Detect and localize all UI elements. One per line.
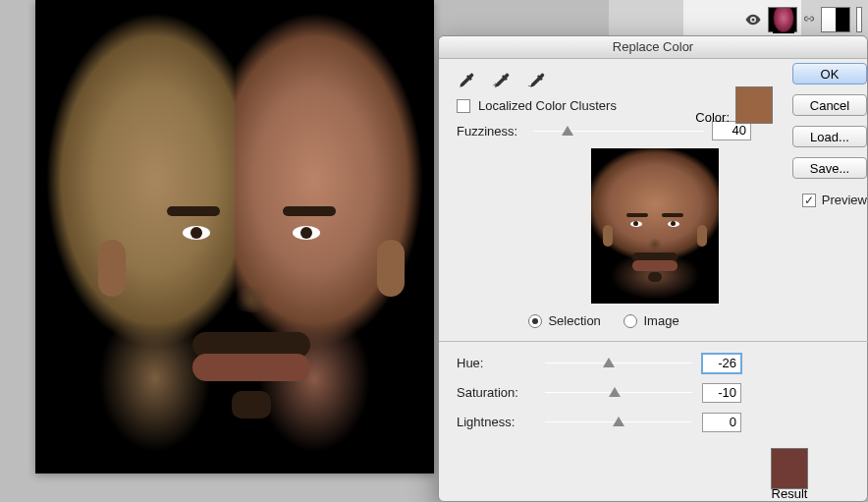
eyedropper-icon[interactable] xyxy=(457,71,476,90)
hue-slider[interactable] xyxy=(545,363,692,363)
face-pupil xyxy=(190,227,202,239)
saturation-slider-thumb[interactable] xyxy=(609,387,621,397)
result-label: Result xyxy=(769,486,810,501)
saturation-input[interactable]: -10 xyxy=(702,383,741,403)
face-ear xyxy=(377,240,405,297)
pv-soul xyxy=(648,272,662,282)
ok-button[interactable]: OK xyxy=(792,63,867,84)
localized-clusters-label: Localized Color Clusters xyxy=(478,98,617,113)
eye-icon[interactable] xyxy=(744,11,762,28)
hue-slider-thumb[interactable] xyxy=(603,358,615,367)
cancel-button[interactable]: Cancel xyxy=(792,94,867,116)
link-icon[interactable] xyxy=(803,10,815,29)
svg-text:+: + xyxy=(493,81,498,90)
lightness-input[interactable]: 0 xyxy=(702,413,741,432)
lightness-label: Lightness: xyxy=(457,415,535,429)
lightness-slider-thumb[interactable] xyxy=(613,417,624,426)
face-pupil xyxy=(300,227,312,239)
selection-radio[interactable]: Selection xyxy=(528,313,600,328)
color-label: Color: xyxy=(695,110,730,125)
fuzziness-slider-thumb[interactable] xyxy=(562,126,573,136)
load-button[interactable]: Load... xyxy=(792,126,867,147)
pv-ear xyxy=(697,225,707,247)
preview-checkbox-label: Preview xyxy=(822,193,867,207)
face-brow xyxy=(167,206,220,216)
pv-brow xyxy=(626,213,648,217)
hue-label: Hue: xyxy=(457,356,535,370)
layers-panel-row[interactable] xyxy=(744,4,862,35)
pv-eye xyxy=(668,221,679,227)
hue-input[interactable]: -26 xyxy=(702,354,741,373)
face-lips xyxy=(192,354,310,381)
face-eye xyxy=(293,226,320,240)
preview-thumbnail[interactable] xyxy=(591,148,719,304)
image-radio[interactable]: Image xyxy=(624,313,678,328)
pv-ear xyxy=(603,225,613,247)
layer-mask-thumbnail[interactable] xyxy=(821,7,850,32)
eyedropper-subtract-icon[interactable]: − xyxy=(527,71,547,90)
face-eye xyxy=(183,226,210,240)
localized-clusters-checkbox[interactable] xyxy=(457,99,470,113)
pv-lips xyxy=(632,260,678,271)
face-soulpatch xyxy=(232,391,271,418)
preview-checkbox[interactable] xyxy=(802,194,816,207)
document-canvas[interactable] xyxy=(35,0,434,474)
pv-brow xyxy=(662,213,683,217)
replace-color-dialog: Replace Color OK Cancel Load... Save... … xyxy=(438,35,868,502)
layer-thumbnail-image xyxy=(773,8,794,33)
face-nose xyxy=(232,287,271,312)
divider xyxy=(439,341,868,342)
svg-text:−: − xyxy=(528,81,533,90)
dialog-title[interactable]: Replace Color xyxy=(439,36,867,59)
saturation-slider[interactable] xyxy=(545,392,692,393)
layer-mask-thumbnail-secondary[interactable] xyxy=(856,7,862,32)
layer-thumbnail[interactable] xyxy=(768,7,797,32)
saturation-label: Saturation: xyxy=(457,385,535,400)
image-radio-label: Image xyxy=(643,313,678,328)
pv-eye xyxy=(630,221,642,227)
selection-radio-label: Selection xyxy=(548,313,600,328)
fuzziness-slider[interactable] xyxy=(533,131,704,132)
pv-nose xyxy=(647,239,663,251)
radio-dot-icon xyxy=(528,314,542,328)
save-button[interactable]: Save... xyxy=(792,157,867,179)
lightness-slider[interactable] xyxy=(545,421,692,422)
fuzziness-label: Fuzziness: xyxy=(457,124,525,139)
pv-pupil xyxy=(633,221,638,226)
radio-dot-icon xyxy=(624,314,637,328)
pv-pupil xyxy=(671,221,676,226)
color-swatch[interactable] xyxy=(735,86,773,124)
face-ear xyxy=(98,240,126,297)
face-brow xyxy=(283,206,336,216)
eyedropper-add-icon[interactable]: + xyxy=(492,71,512,90)
result-swatch[interactable] xyxy=(771,448,808,489)
